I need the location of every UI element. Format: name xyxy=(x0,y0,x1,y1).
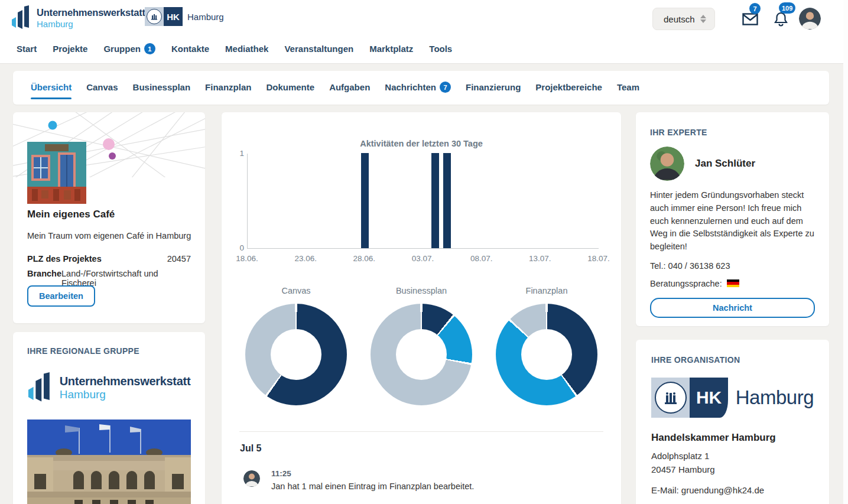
activity-bar-0507 xyxy=(443,153,451,248)
message-button[interactable]: Nachricht xyxy=(650,298,815,318)
regional-group-photo xyxy=(27,420,191,504)
timeline-avatar-image xyxy=(243,470,260,487)
regional-logo-line1: Unternehmenswerkstatt xyxy=(60,375,191,388)
hk-logo-header[interactable]: HK Hamburg xyxy=(145,7,224,26)
activity-chart-title: Aktivitäten der letzten 30 Tage xyxy=(222,139,621,148)
nav-item-tools[interactable]: Tools xyxy=(429,44,452,54)
language-value: deutsch xyxy=(664,14,695,24)
uwh-logo[interactable]: Unternehmenswerkstatt Hamburg xyxy=(12,5,145,30)
tab-badge: 7 xyxy=(440,82,451,93)
hk-logo-hk: HK xyxy=(164,7,183,26)
project-tabs: ÜbersichtCanvasBusinessplanFinanzplanDok… xyxy=(13,71,829,105)
hk-logo-large: HK Hamburg xyxy=(651,378,814,418)
expert-name: Jan Schlüter xyxy=(695,158,755,170)
nav-item-label: Marktplatz xyxy=(369,44,413,54)
nav-item-kontakte[interactable]: Kontakte xyxy=(171,44,209,54)
regional-group-logo: Unternehmenswerkstatt Hamburg xyxy=(27,372,191,403)
messages-button[interactable] xyxy=(742,13,758,28)
tab-finanzierung[interactable]: Finanzierung xyxy=(466,82,521,92)
nav-item-label: Start xyxy=(17,44,37,54)
regional-group-card: IHRE REGIONALE GRUPPE Unternehmenswerkst… xyxy=(13,332,205,504)
donut-title-businessplan: Businessplan xyxy=(371,286,472,295)
tab-team[interactable]: Team xyxy=(617,82,639,92)
donut-title-finanzplan: Finanzplan xyxy=(496,286,597,295)
tab-businessplan[interactable]: Businessplan xyxy=(133,82,191,92)
tab-label: Businessplan xyxy=(133,82,191,92)
mail-icon xyxy=(742,13,758,25)
nav-item-mediathek[interactable]: Mediathek xyxy=(225,44,268,54)
scrollbar-track[interactable] xyxy=(843,0,848,504)
hk-emblem-icon xyxy=(651,378,690,418)
project-thumbnail-image xyxy=(27,142,86,204)
tab-label: Finanzplan xyxy=(205,82,251,92)
regional-logo-line2: Hamburg xyxy=(60,388,191,401)
donut-chart-finanzplan xyxy=(496,304,597,405)
organisation-address1: Adolphsplatz 1 xyxy=(651,449,814,463)
project-title: Mein eigenes Café xyxy=(27,209,115,220)
timeline-entry: 11:25Jan hat 1 mal einen Eintrag im Fina… xyxy=(243,469,474,491)
expert-phone: Tel.: 040 / 36138 623 xyxy=(650,261,815,271)
organisation-email: E-Mail: gruendung@hk24.de xyxy=(651,485,814,495)
project-description: Mein Traum vom eigenen Café in Hamburg xyxy=(27,231,191,240)
nav-item-marktplatz[interactable]: Marktplatz xyxy=(369,44,413,54)
tab-bersicht[interactable]: Übersicht xyxy=(31,82,72,92)
divider xyxy=(239,431,603,432)
german-flag-icon xyxy=(727,279,739,287)
user-avatar[interactable] xyxy=(799,8,821,30)
plz-label: PLZ des Projektes xyxy=(27,254,102,264)
tab-dokumente[interactable]: Dokumente xyxy=(266,82,314,92)
activity-bar-chart xyxy=(247,154,599,249)
brand-line2: Hamburg xyxy=(37,19,145,29)
expert-bio: Hinter jedem Gründungsvorhaben steckt au… xyxy=(650,189,815,253)
timeline-avatar xyxy=(243,470,260,487)
expert-heading: IHR EXPERTE xyxy=(650,128,815,137)
organisation-address2: 20457 Hamburg xyxy=(651,463,814,476)
y-axis-tick-1: 1 xyxy=(229,149,244,158)
tab-canvas[interactable]: Canvas xyxy=(86,82,118,92)
nav-item-start[interactable]: Start xyxy=(17,44,37,54)
tab-label: Finanzierung xyxy=(466,82,521,92)
nav-item-label: Tools xyxy=(429,44,452,54)
nav-item-label: Kontakte xyxy=(171,44,209,54)
language-select[interactable]: deutsch xyxy=(652,8,715,30)
project-card: Mein eigenes Café Mein Traum vom eigenen… xyxy=(13,112,205,323)
uwh-logo-icon xyxy=(12,5,32,30)
uwh-logo-icon xyxy=(28,372,54,403)
nav-item-gruppen[interactable]: Gruppen1 xyxy=(103,43,155,54)
notifications-badge: 109 xyxy=(779,2,795,14)
hk-logo-city: Hamburg xyxy=(187,12,224,22)
x-axis-tick: 18.06. xyxy=(236,254,258,263)
tab-label: Übersicht xyxy=(31,82,72,92)
tab-label: Projektbereiche xyxy=(535,82,602,92)
plz-value: 20457 xyxy=(167,254,191,264)
edit-project-button[interactable]: Bearbeiten xyxy=(27,285,95,307)
timeline-entry-body: 11:25Jan hat 1 mal einen Eintrag im Fina… xyxy=(271,469,474,491)
notifications-button[interactable] xyxy=(774,12,788,29)
donut-chart-canvas xyxy=(245,304,347,405)
nav-item-label: Projekte xyxy=(53,44,87,54)
timeline-entry-text: Jan hat 1 mal einen Eintrag im Finanzpla… xyxy=(271,482,474,491)
tab-nachrichten[interactable]: Nachrichten7 xyxy=(385,82,451,93)
nav-item-label: Mediathek xyxy=(225,44,268,54)
select-arrows-icon xyxy=(700,15,706,23)
nav-item-veranstaltungen[interactable]: Veranstaltungen xyxy=(284,44,353,54)
organisation-heading: IHRE ORGANISATION xyxy=(651,355,814,365)
activity-bar-0407 xyxy=(431,153,439,248)
tab-finanzplan[interactable]: Finanzplan xyxy=(205,82,251,92)
x-axis-tick: 03.07. xyxy=(412,254,434,263)
timeline-date: Jul 5 xyxy=(240,443,261,454)
bell-icon xyxy=(774,12,788,27)
x-axis-tick: 23.06. xyxy=(294,254,317,263)
language-label: Beratungssprache: xyxy=(650,279,722,288)
tab-aufgaben[interactable]: Aufgaben xyxy=(329,82,370,92)
activity-bar-2806 xyxy=(361,153,369,248)
brand-line1: Unternehmenswerkstatt xyxy=(37,7,145,18)
expert-avatar[interactable] xyxy=(650,147,684,181)
tab-projektbereiche[interactable]: Projektbereiche xyxy=(535,82,602,92)
nav-item-badge: 1 xyxy=(144,43,155,54)
nav-item-projekte[interactable]: Projekte xyxy=(53,44,87,54)
x-axis-tick: 28.06. xyxy=(353,254,376,263)
tab-label: Dokumente xyxy=(266,82,314,92)
hk-logo-city: Hamburg xyxy=(736,386,814,409)
messages-badge: 7 xyxy=(749,3,761,14)
